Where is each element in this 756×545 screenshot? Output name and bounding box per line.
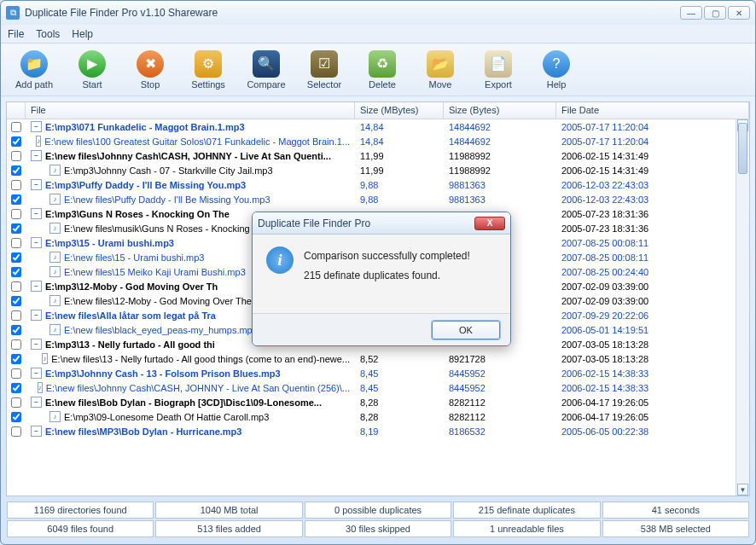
settings-button[interactable]: ⚙Settings (183, 50, 233, 90)
table-row[interactable]: ♪E:\new files\Johnny Cash\CASH, JOHNNY -… (7, 380, 749, 395)
checkbox-input[interactable] (11, 281, 21, 292)
checkbox-input[interactable] (11, 238, 21, 248)
row-checkbox[interactable] (7, 354, 26, 364)
checkbox-input[interactable] (11, 412, 21, 422)
table-row[interactable]: −E:\mp3\Puffy Daddy - I'll Be Missing Yo… (7, 177, 749, 192)
table-row[interactable]: ♪E:\new files\Puffy Daddy - I'll Be Miss… (7, 192, 749, 206)
addpath-button[interactable]: 📁Add path (9, 50, 59, 90)
table-row[interactable]: −E:\mp3\071 Funkadelic - Maggot Brain.1.… (7, 119, 749, 134)
row-checkbox[interactable] (7, 180, 26, 190)
row-checkbox[interactable] (7, 223, 26, 234)
checkbox-input[interactable] (11, 296, 21, 306)
maximize-button[interactable]: ▢ (704, 6, 726, 20)
row-checkbox[interactable] (7, 136, 26, 147)
table-row[interactable]: ♪E:\mp3\Johnny Cash - 07 - Starkville Ci… (7, 163, 749, 177)
music-file-icon: ♪ (42, 353, 48, 364)
collapse-icon: − (31, 121, 42, 132)
table-row[interactable]: ♪E:\mp3\09-Lonesome Death Of Hattie Caro… (7, 409, 749, 424)
cell-date: 2005-07-23 18:31:36 (556, 209, 749, 219)
row-checkbox[interactable] (7, 383, 26, 393)
close-button[interactable]: ✕ (728, 6, 750, 20)
row-checkbox[interactable] (7, 397, 26, 408)
checkbox-input[interactable] (11, 223, 21, 234)
menu-file[interactable]: File (8, 28, 24, 40)
col-size-mb[interactable]: Size (MBytes) (355, 102, 444, 119)
checkbox-input[interactable] (11, 325, 21, 335)
scroll-down-button[interactable]: ▼ (737, 484, 748, 496)
checkbox-input[interactable] (11, 354, 21, 364)
col-check[interactable] (7, 102, 26, 119)
move-button[interactable]: 📂Move (416, 50, 465, 90)
menu-tools[interactable]: Tools (36, 28, 60, 40)
row-checkbox[interactable] (7, 267, 26, 277)
dialog-close-button[interactable]: X (474, 217, 505, 230)
table-row[interactable]: −E:\new files\Johnny Cash\CASH, JOHNNY -… (7, 148, 749, 163)
row-checkbox[interactable] (7, 165, 26, 176)
checkbox-input[interactable] (11, 310, 21, 321)
row-checkbox[interactable] (7, 296, 26, 306)
cell-date: 2007-08-25 00:08:11 (556, 252, 749, 263)
selector-icon: ☑ (311, 50, 338, 78)
checkbox-input[interactable] (11, 136, 21, 147)
file-path: E:\mp3\Johnny Cash - 07 - Starkville Cit… (64, 165, 273, 176)
checkbox-input[interactable] (11, 339, 21, 350)
row-checkbox[interactable] (7, 281, 26, 292)
dialog-titlebar: Duplicate File Finder Pro X (253, 212, 510, 235)
help-button[interactable]: ?Help (532, 50, 581, 90)
stop-icon: ✖ (137, 50, 164, 78)
scroll-thumb[interactable] (738, 123, 747, 174)
row-checkbox[interactable] (7, 238, 26, 248)
row-checkbox[interactable] (7, 310, 26, 321)
cell-size-bytes: 8445952 (444, 368, 556, 379)
selector-button[interactable]: ☑Selector (299, 50, 349, 90)
delete-button[interactable]: ♻Delete (358, 50, 407, 90)
checkbox-input[interactable] (11, 267, 21, 277)
row-checkbox[interactable] (7, 151, 26, 161)
table-row[interactable]: −E:\new files\MP3\Bob Dylan - Hurricane.… (7, 424, 749, 438)
row-checkbox[interactable] (7, 325, 26, 335)
row-checkbox[interactable] (7, 412, 26, 422)
cell-date: 2006-04-17 19:26:05 (556, 397, 749, 408)
cell-size-bytes: 14844692 (444, 136, 556, 147)
stop-button[interactable]: ✖Stop (125, 50, 175, 90)
compare-button[interactable]: 🔍Compare (241, 50, 291, 90)
dialog-ok-button[interactable]: OK (432, 321, 500, 339)
checkbox-input[interactable] (11, 122, 21, 132)
checkbox-input[interactable] (11, 165, 21, 176)
minimize-button[interactable]: — (680, 6, 702, 20)
checkbox-input[interactable] (11, 368, 21, 379)
row-checkbox[interactable] (7, 252, 26, 263)
table-row[interactable]: ♪E:\new files\100 Greatest Guitar Solos\… (7, 134, 749, 148)
collapse-icon: − (31, 281, 42, 292)
checkbox-input[interactable] (11, 209, 21, 219)
menu-help[interactable]: Help (72, 28, 93, 40)
checkbox-input[interactable] (11, 180, 21, 190)
export-button[interactable]: 📄Export (474, 50, 523, 90)
col-size-bytes[interactable]: Size (Bytes) (444, 102, 556, 119)
start-button[interactable]: ▶Start (67, 50, 117, 90)
row-checkbox[interactable] (7, 339, 26, 350)
status-unreadable: 1 unreadable files (453, 520, 600, 537)
row-checkbox[interactable] (7, 368, 26, 379)
row-checkbox[interactable] (7, 194, 26, 205)
checkbox-input[interactable] (11, 194, 21, 205)
row-checkbox[interactable] (7, 209, 26, 219)
row-checkbox[interactable] (7, 426, 26, 437)
col-file[interactable]: File (26, 102, 355, 119)
table-row[interactable]: ♪E:\new files\13 - Nelly furtado - All g… (7, 351, 749, 366)
music-file-icon: ♪ (49, 411, 61, 422)
vertical-scrollbar[interactable]: ▲ ▼ (736, 119, 749, 496)
checkbox-input[interactable] (11, 383, 21, 393)
checkbox-input[interactable] (11, 151, 21, 161)
checkbox-input[interactable] (11, 397, 21, 408)
titlebar: ⧉ Duplicate File Finder Pro v1.10 Sharew… (1, 1, 755, 25)
table-row[interactable]: −E:\new files\Bob Dylan - Biograph [3CD]… (7, 395, 749, 409)
collapse-icon: − (31, 179, 42, 190)
checkbox-input[interactable] (11, 252, 21, 263)
statusbar: 1169 directories found 1040 MB total 0 p… (6, 502, 750, 539)
table-row[interactable]: −E:\mp3\Johnny Cash - 13 - Folsom Prison… (7, 366, 749, 380)
col-file-date[interactable]: File Date (556, 102, 749, 119)
cell-size-mb: 11,99 (355, 151, 444, 161)
checkbox-input[interactable] (11, 426, 21, 437)
row-checkbox[interactable] (7, 122, 26, 132)
